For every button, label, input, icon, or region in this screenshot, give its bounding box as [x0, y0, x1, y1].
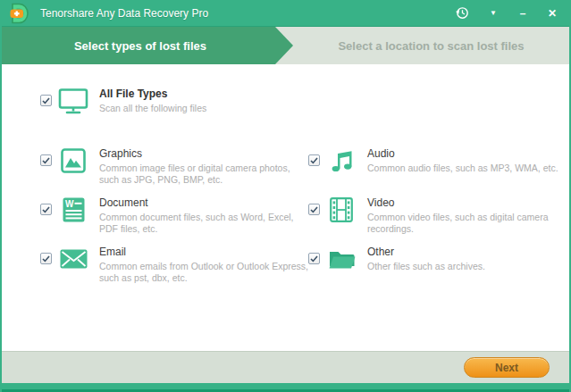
step-select-location-label: Select a location to scan lost files	[338, 39, 524, 53]
window-bottom-border	[2, 383, 569, 392]
next-button[interactable]: Next	[464, 357, 550, 378]
file-type-title: Audio	[367, 147, 558, 160]
menu-dropdown-icon[interactable]: ▼	[487, 10, 500, 17]
file-type-audio-row: Audio Common audio files, such as MP3, W…	[308, 147, 569, 196]
history-restore-icon[interactable]	[455, 5, 470, 21]
file-type-video-row: Video Common video files, such as digita…	[308, 196, 569, 246]
minimize-button[interactable]: –	[516, 8, 529, 19]
file-type-title: All File Types	[99, 88, 206, 100]
file-type-description: Common document files, such as Word, Exc…	[99, 212, 308, 235]
step-select-types-label: Select types of lost files	[74, 39, 206, 53]
music-notes-icon	[326, 148, 357, 173]
file-type-title: Graphics	[99, 147, 308, 160]
app-window: Tenorshare Any Data Recovery Pro ▼ – ✕ S…	[0, 0, 571, 392]
step-select-types: Select types of lost files	[2, 27, 293, 64]
window-title: Tenorshare Any Data Recovery Pro	[40, 7, 208, 20]
file-type-title: Video	[367, 196, 569, 209]
video-checkbox[interactable]	[308, 204, 320, 215]
wizard-steps: Select types of lost files Select a loca…	[2, 27, 569, 64]
file-type-graphics-row: Graphics Common image files or digital c…	[40, 147, 308, 196]
document-checkbox[interactable]	[40, 204, 52, 215]
file-type-description: Common emails from Outlook or Outlook Ex…	[99, 261, 308, 284]
file-type-title: Document	[99, 196, 308, 209]
file-type-other-row: Other Other files such as archives.	[308, 246, 569, 295]
email-checkbox[interactable]	[40, 253, 52, 264]
titlebar: Tenorshare Any Data Recovery Pro ▼ – ✕	[2, 0, 569, 27]
graphics-checkbox[interactable]	[40, 154, 52, 166]
file-type-description: Scan all the following files	[99, 103, 206, 114]
file-type-description: Common audio files, such as MP3, WMA, et…	[367, 163, 558, 174]
image-icon	[58, 148, 88, 173]
word-document-icon: W	[58, 197, 88, 222]
audio-checkbox[interactable]	[308, 154, 320, 166]
file-type-email-row: Email Common emails from Outlook or Outl…	[40, 246, 308, 295]
svg-text:W: W	[65, 199, 74, 209]
file-type-selection-panel: All File Types Scan all the following fi…	[2, 64, 569, 351]
open-folder-icon	[326, 246, 357, 271]
footer-bar: Next	[2, 351, 569, 383]
file-type-description: Other files such as archives.	[367, 261, 485, 272]
file-type-grid: Graphics Common image files or digital c…	[40, 147, 569, 295]
film-strip-icon	[326, 197, 357, 222]
envelope-icon	[58, 246, 88, 269]
close-button[interactable]: ✕	[546, 8, 558, 19]
file-type-title: Email	[99, 246, 308, 258]
file-type-document-row: W Document Common document files, such a…	[40, 196, 308, 246]
file-type-description: Common video files, such as digital came…	[367, 212, 569, 235]
titlebar-controls: ▼ – ✕	[455, 5, 558, 21]
app-logo-icon	[9, 3, 29, 24]
all-file-types-checkbox[interactable]	[40, 95, 52, 106]
other-checkbox[interactable]	[308, 253, 320, 264]
file-type-description: Common image files or digital camera pho…	[99, 163, 308, 186]
monitor-icon	[58, 88, 88, 114]
file-type-all-row: All File Types Scan all the following fi…	[40, 88, 569, 123]
file-type-title: Other	[367, 246, 485, 258]
step-select-location: Select a location to scan lost files	[293, 27, 569, 64]
